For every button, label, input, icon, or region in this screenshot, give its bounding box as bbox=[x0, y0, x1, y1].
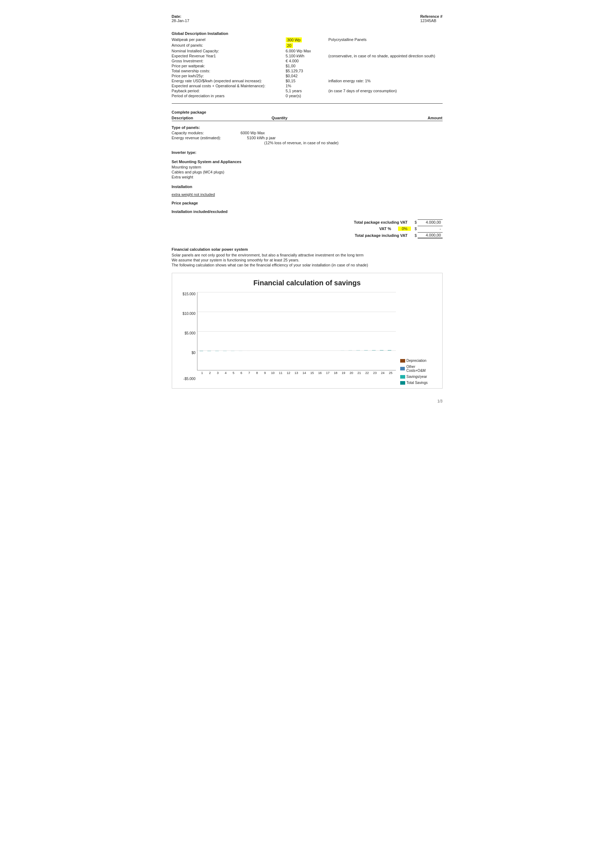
info-value: 300 Wp bbox=[286, 37, 328, 43]
info-extra bbox=[328, 59, 443, 64]
info-value: 0 year(s) bbox=[286, 93, 328, 98]
legend-color-box bbox=[400, 375, 405, 378]
legend-item: Total Savings bbox=[400, 381, 435, 385]
vat-currency: $ bbox=[415, 226, 417, 231]
info-extra: (conservative, in case of no shade, appo… bbox=[328, 53, 443, 59]
x-label: 4 bbox=[222, 371, 230, 375]
y-label-neg5000-text: -$5.000 bbox=[179, 377, 197, 381]
x-label: 3 bbox=[214, 371, 222, 375]
x-label: 18 bbox=[332, 371, 339, 375]
bar-group bbox=[230, 292, 238, 370]
y-label-15000: $15.000 bbox=[182, 292, 195, 296]
global-description-table: Wattpeak per panel300 WpPolycrystalline … bbox=[172, 37, 443, 98]
legend-color-box bbox=[400, 367, 405, 370]
type-of-panels-title: Type of panels: bbox=[172, 126, 443, 130]
bar-group bbox=[269, 292, 277, 370]
x-label: 8 bbox=[253, 371, 261, 375]
bar-group bbox=[199, 292, 206, 370]
info-label: Amount of panels: bbox=[172, 43, 286, 48]
info-value: $0,042 bbox=[286, 73, 328, 78]
svg-rect-36 bbox=[341, 350, 344, 351]
legend-item: Other Costs+O&M bbox=[400, 365, 435, 372]
legend-color-box bbox=[400, 359, 405, 363]
bar-group bbox=[301, 292, 308, 370]
bars-render bbox=[197, 292, 396, 370]
x-label: 7 bbox=[246, 371, 253, 375]
financial-title: Financial calculation solar power system bbox=[172, 247, 443, 251]
vat-value: 0% bbox=[398, 226, 411, 231]
col-amount: Amount bbox=[427, 116, 443, 120]
info-value: $0,15 bbox=[286, 78, 328, 83]
legend-item: Savings/year bbox=[400, 375, 435, 378]
energy-revenue-label: Energy revenue (estimated): bbox=[172, 136, 221, 140]
price-package-label: Price package bbox=[172, 201, 443, 205]
document-header: Date: 28-Jan-17 Reference # 12345AB bbox=[172, 14, 443, 23]
price-rows: Total package excluding VAT $ 4.000,00 V… bbox=[172, 219, 443, 239]
x-labels: 1234567891011121314151617181920212223242… bbox=[197, 371, 396, 375]
bar-group bbox=[215, 292, 222, 370]
bar-group bbox=[348, 292, 355, 370]
x-label: 1 bbox=[199, 371, 206, 375]
excl-currency: $ bbox=[415, 220, 417, 225]
financial-desc-2: We assume that your system is functionin… bbox=[172, 258, 443, 262]
legend-label: Savings/year bbox=[407, 375, 427, 378]
x-label: 10 bbox=[269, 371, 277, 375]
page-number: 1/3 bbox=[172, 399, 443, 403]
x-label: 21 bbox=[355, 371, 363, 375]
bar-group bbox=[238, 292, 246, 370]
svg-rect-44 bbox=[372, 350, 376, 351]
info-extra: inflation energy rate: 1% bbox=[328, 78, 443, 83]
svg-rect-38 bbox=[348, 350, 352, 351]
date-label: Date: bbox=[172, 14, 190, 19]
info-label: Price per kwh/25y: bbox=[172, 73, 286, 78]
info-extra bbox=[328, 68, 443, 73]
excl-amount: 4.000,00 bbox=[418, 219, 443, 225]
x-label: 5 bbox=[230, 371, 237, 375]
x-label: 15 bbox=[308, 371, 316, 375]
info-value: € 4.000 bbox=[286, 59, 328, 64]
info-label: Wattpeak per panel bbox=[172, 37, 286, 43]
inverter-type-title: Inverter type: bbox=[172, 150, 443, 155]
col-description: Description bbox=[172, 116, 193, 120]
info-label: Nominal Installed Capacity: bbox=[172, 48, 286, 53]
package-table-header: Description Quantity Amount bbox=[172, 116, 443, 121]
y-label-0: $0 bbox=[191, 351, 195, 355]
x-label: 17 bbox=[324, 371, 331, 375]
svg-rect-34 bbox=[333, 350, 336, 351]
bar-group bbox=[254, 292, 261, 370]
legend-color-box bbox=[400, 381, 405, 385]
bar-group bbox=[340, 292, 347, 370]
date-section: Date: 28-Jan-17 bbox=[172, 14, 190, 23]
x-label: 19 bbox=[340, 371, 347, 375]
info-extra: (in case 7 days of energy consumption) bbox=[328, 88, 443, 93]
vat-amount: - bbox=[418, 226, 443, 231]
bar-group bbox=[324, 292, 332, 370]
info-value: 1% bbox=[286, 83, 328, 88]
incl-amount: 4.000,00 bbox=[418, 232, 443, 239]
mounting-title: Set Mounting System and Appliances bbox=[172, 160, 443, 164]
x-label: 12 bbox=[285, 371, 292, 375]
divider-1 bbox=[172, 103, 443, 104]
bars-area bbox=[197, 292, 396, 370]
incl-currency: $ bbox=[415, 233, 417, 237]
global-description-title: Global Description Installation bbox=[172, 31, 443, 36]
info-label: Energy rate USD/$/kwh (expected annual i… bbox=[172, 78, 286, 83]
y-axis: $15.000 $10.000 $5.000 $0 bbox=[179, 292, 197, 370]
bar-group bbox=[277, 292, 285, 370]
capacity-value: 6000 Wp Max bbox=[241, 131, 265, 135]
loss-note: (12% loss of revenue, in case of no shad… bbox=[264, 140, 443, 145]
complete-package-title: Complete package bbox=[172, 110, 443, 114]
bar-group bbox=[261, 292, 269, 370]
bar-group bbox=[222, 292, 230, 370]
col-quantity: Quantity bbox=[272, 116, 288, 120]
total-excl-vat-row: Total package excluding VAT $ 4.000,00 bbox=[172, 219, 443, 225]
info-extra bbox=[328, 43, 443, 48]
total-excl-vat-label: Total package excluding VAT bbox=[354, 220, 407, 225]
info-extra: Polycrystalline Panels bbox=[328, 37, 443, 43]
info-label: Expected annual costs + Operational & Ma… bbox=[172, 83, 286, 88]
reference-section: Reference # 12345AB bbox=[420, 14, 442, 23]
financial-desc-3: The following calculation shows what can… bbox=[172, 263, 443, 267]
bar-group bbox=[293, 292, 300, 370]
financial-desc-1: Solar panels are not only good for the e… bbox=[172, 253, 443, 257]
y-label-10000: $10.000 bbox=[182, 312, 195, 316]
